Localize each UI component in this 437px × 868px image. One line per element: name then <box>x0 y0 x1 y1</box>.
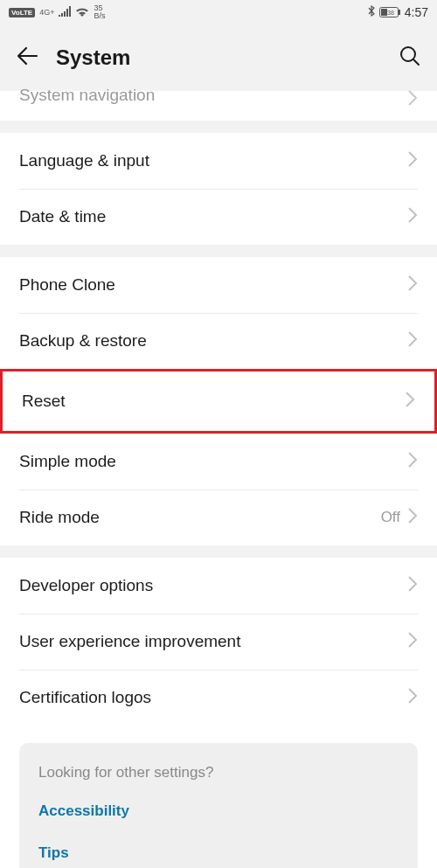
svg-text:38: 38 <box>387 10 394 16</box>
back-icon[interactable] <box>16 45 38 71</box>
search-icon[interactable] <box>399 45 421 71</box>
item-value: Off <box>381 509 400 526</box>
bluetooth-icon <box>368 5 375 19</box>
item-label: Phone Clone <box>19 275 115 295</box>
chevron-right-icon <box>407 206 418 227</box>
item-label: Language & input <box>19 151 149 170</box>
settings-group: Phone Clone Backup & restore <box>0 257 437 369</box>
list-item-user-experience[interactable]: User experience improvement <box>0 614 437 670</box>
header: System <box>0 24 437 91</box>
highlight-reset: Reset <box>0 369 437 434</box>
chevron-right-icon <box>407 330 418 351</box>
chevron-right-icon <box>407 575 418 596</box>
list-item-reset[interactable]: Reset <box>3 372 434 431</box>
list-item-ride-mode[interactable]: Ride mode Off <box>0 490 437 545</box>
list-item-backup-restore[interactable]: Backup & restore <box>0 313 437 369</box>
settings-group: Simple mode Ride mode Off <box>0 434 437 545</box>
chevron-right-icon <box>407 451 418 472</box>
chevron-right-icon <box>407 274 418 295</box>
item-label: Backup & restore <box>19 331 147 351</box>
network-gen-icon: 4G+ <box>39 8 54 17</box>
footer-link-accessibility[interactable]: Accessibility <box>38 802 399 820</box>
settings-group: Developer options User experience improv… <box>0 558 437 868</box>
svg-rect-2 <box>381 9 387 16</box>
list-item-simple-mode[interactable]: Simple mode <box>0 434 437 490</box>
status-left: VoLTE 4G+ 35 B/s <box>9 4 105 20</box>
clock: 4:57 <box>405 5 428 19</box>
settings-group: Language & input Date & time <box>0 133 437 245</box>
item-label: Certification logos <box>19 688 151 707</box>
chevron-right-icon <box>405 391 415 412</box>
item-right: Off <box>381 507 418 528</box>
battery-icon: 38 <box>379 7 400 17</box>
item-label: Developer options <box>19 576 153 595</box>
list-item-date-time[interactable]: Date & time <box>0 189 437 245</box>
item-label: User experience improvement <box>19 632 240 651</box>
chevron-right-icon <box>407 507 418 528</box>
page-title: System <box>56 45 130 70</box>
chevron-right-icon <box>407 150 418 171</box>
status-right: 38 4:57 <box>368 5 428 19</box>
list-item-developer-options[interactable]: Developer options <box>0 558 437 614</box>
footer-prompt: Looking for other settings? <box>38 764 399 781</box>
list-item-system-navigation[interactable]: System navigation <box>0 91 437 121</box>
svg-rect-1 <box>399 10 400 15</box>
signal-icon <box>59 6 71 19</box>
wifi-icon <box>75 6 89 19</box>
list-item-language-input[interactable]: Language & input <box>0 133 437 189</box>
chevron-right-icon <box>407 687 418 708</box>
chevron-right-icon <box>407 631 418 652</box>
footer-card: Looking for other settings? Accessibilit… <box>19 743 418 868</box>
item-label: Simple mode <box>19 452 116 471</box>
item-label: Reset <box>22 392 66 411</box>
status-bar: VoLTE 4G+ 35 B/s 38 4:57 <box>0 0 437 24</box>
chevron-right-icon <box>407 89 418 110</box>
list-item-certification-logos[interactable]: Certification logos <box>0 670 437 726</box>
item-label: Ride mode <box>19 508 100 527</box>
list-item-phone-clone[interactable]: Phone Clone <box>0 257 437 313</box>
volte-badge: VoLTE <box>9 8 35 17</box>
footer-link-tips[interactable]: Tips <box>38 844 399 862</box>
network-speed: 35 B/s <box>94 4 105 20</box>
item-label: Date & time <box>19 207 106 226</box>
